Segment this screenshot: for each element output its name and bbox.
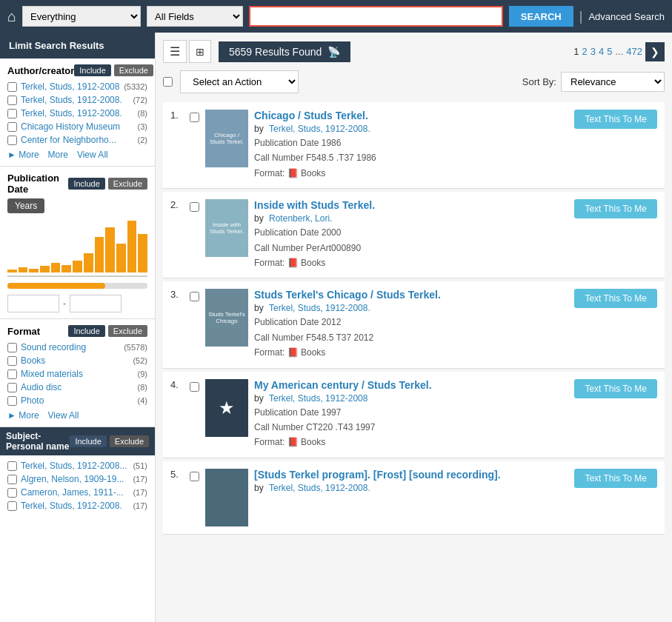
date-range-from[interactable]: Any [7,295,59,312]
format-checkbox-3[interactable] [7,383,17,392]
format-checkbox-4[interactable] [7,396,17,406]
bar-chart-bar[interactable] [73,261,82,272]
result-author-4: by Terkel, Studs, 1912-2008 [254,393,568,404]
result-checkbox-3[interactable] [190,292,199,301]
format-filter-item-4: Photo (4) [7,394,147,407]
author-link-0[interactable]: Terkel, Studs, 1912-2008 [21,81,120,92]
search-input[interactable] [249,6,503,27]
author-filter-item-4: Center for Neighborho... (2) [7,133,147,147]
result-thumb-3: Studs Terkel's Chicago [205,289,248,347]
bar-chart-bar[interactable] [105,227,115,272]
author-checkbox-2[interactable] [7,109,17,118]
format-include-btn[interactable]: Include [68,325,104,337]
bar-chart-bar[interactable] [116,244,126,272]
bar-chart-bar[interactable] [95,237,104,272]
years-button[interactable]: Years [7,198,44,213]
pubdate-exclude-btn[interactable]: Exclude [108,178,147,190]
subject-link-1[interactable]: Algren, Nelson, 1909-19... [21,474,129,484]
result-checkbox-5[interactable] [190,472,199,481]
sidebar-header: Limit Search Results [0,33,155,58]
range-slider[interactable] [7,283,147,289]
author-more-link[interactable]: ► More [7,150,39,160]
format-link-3[interactable]: Audio disc [21,382,134,392]
advanced-search-link[interactable]: Advanced Search [588,11,665,22]
page-last-link[interactable]: 472 [626,46,642,57]
format-checkbox-1[interactable] [7,356,17,366]
subject-exclude-btn[interactable]: Exclude [110,435,149,447]
page-5-link[interactable]: 5 [607,46,612,57]
header: ⌂ Everything Books Articles All Fields T… [0,0,672,33]
grid-view-button[interactable]: ⊞ [189,40,211,63]
bar-chart-bar[interactable] [51,263,61,272]
search-category-select[interactable]: Everything Books Articles [22,6,141,27]
result-title-5[interactable]: [Studs Terkel program]. [Frost] [sound r… [254,469,568,481]
subject-checkbox-0[interactable] [7,461,17,471]
author-checkbox-4[interactable] [7,136,17,145]
text-this-button-1[interactable]: Text This To Me [574,110,657,129]
format-checkbox-2[interactable] [7,369,17,379]
text-this-button-5[interactable]: Text This To Me [574,469,657,488]
format-exclude-btn[interactable]: Exclude [108,325,147,337]
subject-checkbox-1[interactable] [7,475,17,484]
bar-chart-bar[interactable] [84,253,93,272]
author-link-3[interactable]: Chicago History Museum [21,121,134,132]
result-checkbox-2[interactable] [190,202,199,212]
author-link-1[interactable]: Terkel, Studs, 1912-2008. [21,95,129,105]
format-link-1[interactable]: Books [21,355,129,366]
author-include-btn[interactable]: Include [74,64,110,76]
subject-checkbox-3[interactable] [7,501,17,511]
page-2-link[interactable]: 2 [582,46,588,57]
result-title-4[interactable]: My American century / Studs Terkel. [254,379,568,391]
format-viewall-link[interactable]: View All [48,410,79,421]
subject-checkbox-2[interactable] [7,488,17,498]
result-title-1[interactable]: Chicago / Studs Terkel. [254,110,568,121]
subject-link-3[interactable]: Terkel, Studs, 1912-2008. [21,501,129,511]
result-info-2: Inside with Studs Terkel. by Rotenberk, … [254,199,568,270]
bar-chart-bar[interactable] [29,269,39,272]
rss-icon[interactable]: 📡 [327,46,340,58]
text-this-button-3[interactable]: Text This To Me [574,289,657,308]
subject-include-btn[interactable]: Include [70,435,106,447]
list-view-button[interactable]: ☰ [163,40,187,63]
result-title-3[interactable]: Studs Terkel's Chicago / Studs Terkel. [254,289,568,301]
pubdate-include-btn[interactable]: Include [68,178,104,190]
text-this-button-4[interactable]: Text This To Me [574,379,657,398]
subject-link-0[interactable]: Terkel, Studs, 1912-2008... [21,461,129,471]
search-button[interactable]: SEARCH [509,6,573,27]
format-link-2[interactable]: Mixed materials [21,369,134,379]
bar-chart-bar[interactable] [19,267,28,272]
bar-chart-bar[interactable] [138,234,147,273]
home-icon[interactable]: ⌂ [7,8,16,25]
author-checkbox-3[interactable] [7,122,17,132]
format-checkbox-0[interactable] [7,343,17,352]
author-exclude-btn[interactable]: Exclude [114,64,153,76]
page-next-button[interactable]: ❯ [645,42,665,61]
result-title-2[interactable]: Inside with Studs Terkel. [254,199,568,211]
author-checkbox-0[interactable] [7,82,17,92]
page-4-link[interactable]: 4 [599,46,604,57]
date-range-to[interactable]: Any [70,295,122,312]
subject-link-2[interactable]: Cameron, James, 1911-... [21,487,129,498]
result-author-2: by Rotenberk, Lori. [254,213,568,224]
sort-label: Sort By: [522,76,556,87]
format-link-4[interactable]: Photo [21,395,134,406]
sort-select[interactable]: Relevance Date Title [561,72,665,92]
select-all-checkbox[interactable] [163,77,173,87]
author-link-4[interactable]: Center for Neighborho... [21,135,134,145]
bar-chart-bar[interactable] [7,270,17,272]
bar-chart-bar[interactable] [127,221,137,272]
author-viewall-link[interactable]: View All [77,150,108,160]
format-more-link[interactable]: ► More [7,410,39,421]
author-link-2[interactable]: Terkel, Studs, 1912-2008. [21,108,134,118]
result-checkbox-1[interactable] [190,113,199,122]
text-this-button-2[interactable]: Text This To Me [574,199,657,218]
subject-count-1: (17) [133,475,147,484]
bar-chart-bar[interactable] [61,265,71,273]
format-link-0[interactable]: Sound recording [21,342,120,352]
action-select[interactable]: Select an Action [180,70,299,93]
search-fields-select[interactable]: All Fields Title Author [147,6,243,27]
page-3-link[interactable]: 3 [591,46,596,57]
result-checkbox-4[interactable] [190,382,199,392]
bar-chart-bar[interactable] [40,266,50,272]
author-checkbox-1[interactable] [7,96,17,105]
